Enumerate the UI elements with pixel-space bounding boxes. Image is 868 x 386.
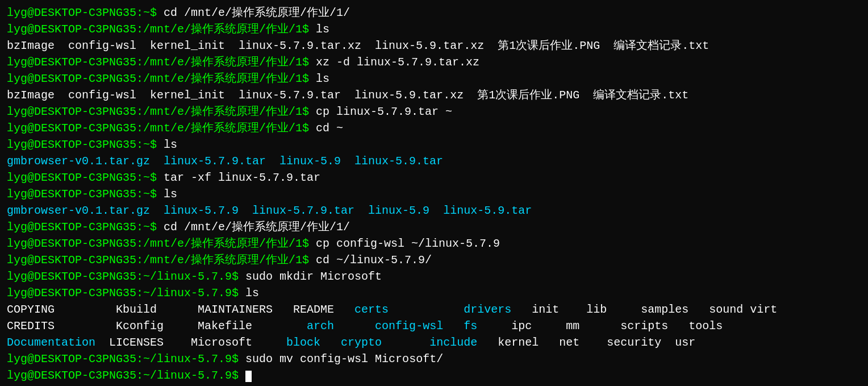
terminal-line-6: bzImage config-wsl kernel_init linux-5.7… xyxy=(7,87,861,103)
terminal-line-14: lyg@DESKTOP-C3PNG35:~$ cd /mnt/e/操作系统原理/… xyxy=(7,219,861,235)
terminal-line-17: lyg@DESKTOP-C3PNG35:~/linux-5.7.9$ sudo … xyxy=(7,268,861,285)
output-21a: Documentation xyxy=(7,336,95,349)
terminal-line-10: gmbrowser-v0.1.tar.gz linux-5.7.9.tar li… xyxy=(7,153,861,169)
output-19a: COPYING Kbuild MAINTAINERS README xyxy=(7,303,354,316)
prompt-12: lyg@DESKTOP-C3PNG35:~$ xyxy=(7,188,164,201)
terminal-line-9: lyg@DESKTOP-C3PNG35:~$ ls xyxy=(7,136,861,153)
terminal-line-3: bzImage config-wsl kernel_init linux-5.7… xyxy=(7,38,861,54)
prompt-4: lyg@DESKTOP-C3PNG35:/mnt/e/操作系统原理/作业/1$ xyxy=(7,56,316,69)
terminal-line-13: gmbrowser-v0.1.tar.gz linux-5.7.9 linux-… xyxy=(7,202,861,219)
terminal-line-2: lyg@DESKTOP-C3PNG35:/mnt/e/操作系统原理/作业/1$ … xyxy=(7,21,861,38)
output-21c: block crypto include xyxy=(286,336,477,349)
output-20c: ipc mm scripts tools xyxy=(477,319,723,333)
cursor xyxy=(245,371,252,382)
output-21b: LICENSES Microsoft xyxy=(95,336,286,349)
prompt-15: lyg@DESKTOP-C3PNG35:/mnt/e/操作系统原理/作业/1$ xyxy=(7,237,316,250)
cmd-18: ls xyxy=(245,287,259,300)
terminal-line-21: Documentation LICENSES Microsoft block c… xyxy=(7,334,861,351)
terminal-line-12: lyg@DESKTOP-C3PNG35:~$ ls xyxy=(7,186,861,202)
prompt-5: lyg@DESKTOP-C3PNG35:/mnt/e/操作系统原理/作业/1$ xyxy=(7,72,316,85)
cmd-16: cd ~/linux-5.7.9/ xyxy=(316,254,432,267)
terminal-line-8: lyg@DESKTOP-C3PNG35:/mnt/e/操作系统原理/作业/1$ … xyxy=(7,120,861,136)
cmd-12: ls xyxy=(164,188,177,201)
terminal-line-11: lyg@DESKTOP-C3PNG35:~$ tar -xf linux-5.7… xyxy=(7,169,861,186)
terminal-line-18: lyg@DESKTOP-C3PNG35:~/linux-5.7.9$ ls xyxy=(7,285,861,301)
prompt-7: lyg@DESKTOP-C3PNG35:/mnt/e/操作系统原理/作业/1$ xyxy=(7,105,316,118)
cmd-1: cd /mnt/e/操作系统原理/作业/1/ xyxy=(164,6,350,19)
cmd-2: ls xyxy=(316,23,329,36)
cmd-15: cp config-wsl ~/linux-5.7.9 xyxy=(316,237,500,250)
output-6: bzImage config-wsl kernel_init linux-5.7… xyxy=(7,89,688,102)
prompt-14: lyg@DESKTOP-C3PNG35:~$ xyxy=(7,221,164,234)
output-13: gmbrowser-v0.1.tar.gz linux-5.7.9 linux-… xyxy=(7,204,532,217)
terminal-line-4: lyg@DESKTOP-C3PNG35:/mnt/e/操作系统原理/作业/1$ … xyxy=(7,54,861,70)
terminal-line-23: lyg@DESKTOP-C3PNG35:~/linux-5.7.9$ xyxy=(7,367,861,384)
output-21d: kernel net security usr xyxy=(477,336,695,349)
output-19b: certs drivers xyxy=(354,303,511,316)
terminal-line-19: COPYING Kbuild MAINTAINERS README certs … xyxy=(7,301,861,318)
terminal-line-22: lyg@DESKTOP-C3PNG35:~/linux-5.7.9$ sudo … xyxy=(7,351,861,367)
terminal: lyg@DESKTOP-C3PNG35:~$ cd /mnt/e/操作系统原理/… xyxy=(7,5,861,384)
prompt-18: lyg@DESKTOP-C3PNG35:~/linux-5.7.9$ xyxy=(7,287,245,300)
cmd-11: tar -xf linux-5.7.9.tar xyxy=(164,171,320,184)
terminal-line-16: lyg@DESKTOP-C3PNG35:/mnt/e/操作系统原理/作业/1$ … xyxy=(7,252,861,268)
prompt-16: lyg@DESKTOP-C3PNG35:/mnt/e/操作系统原理/作业/1$ xyxy=(7,254,316,267)
cmd-17: sudo mkdir Microsoft xyxy=(245,270,382,283)
cmd-8: cd ~ xyxy=(316,122,343,135)
cmd-14: cd /mnt/e/操作系统原理/作业/1/ xyxy=(164,221,350,234)
cmd-5: ls xyxy=(316,72,329,85)
output-3: bzImage config-wsl kernel_init linux-5.7… xyxy=(7,39,709,52)
prompt-22: lyg@DESKTOP-C3PNG35:~/linux-5.7.9$ xyxy=(7,352,245,366)
terminal-line-15: lyg@DESKTOP-C3PNG35:/mnt/e/操作系统原理/作业/1$ … xyxy=(7,235,861,252)
terminal-line-20: CREDITS Kconfig Makefile arch config-wsl… xyxy=(7,318,861,334)
cmd-4: xz -d linux-5.7.9.tar.xz xyxy=(316,56,479,69)
prompt-2: lyg@DESKTOP-C3PNG35:/mnt/e/操作系统原理/作业/1$ xyxy=(7,23,316,36)
prompt-17: lyg@DESKTOP-C3PNG35:~/linux-5.7.9$ xyxy=(7,270,245,283)
prompt-11: lyg@DESKTOP-C3PNG35:~$ xyxy=(7,171,164,184)
terminal-line-7: lyg@DESKTOP-C3PNG35:/mnt/e/操作系统原理/作业/1$ … xyxy=(7,103,861,120)
terminal-line-1: lyg@DESKTOP-C3PNG35:~$ cd /mnt/e/操作系统原理/… xyxy=(7,5,861,21)
cmd-22: sudo mv config-wsl Microsoft/ xyxy=(245,352,443,366)
terminal-line-5: lyg@DESKTOP-C3PNG35:/mnt/e/操作系统原理/作业/1$ … xyxy=(7,70,861,87)
prompt-8: lyg@DESKTOP-C3PNG35:/mnt/e/操作系统原理/作业/1$ xyxy=(7,122,316,135)
output-20b: arch config-wsl fs xyxy=(307,319,477,333)
output-10: gmbrowser-v0.1.tar.gz linux-5.7.9.tar li… xyxy=(7,155,443,168)
output-19c: init lib samples sound virt xyxy=(511,303,777,316)
cmd-9: ls xyxy=(164,138,177,151)
prompt-1: lyg@DESKTOP-C3PNG35:~$ xyxy=(7,6,164,19)
prompt-23: lyg@DESKTOP-C3PNG35:~/linux-5.7.9$ xyxy=(7,369,245,382)
cmd-7: cp linux-5.7.9.tar ~ xyxy=(316,105,452,118)
prompt-9: lyg@DESKTOP-C3PNG35:~$ xyxy=(7,138,164,151)
output-20a: CREDITS Kconfig Makefile xyxy=(7,319,307,333)
